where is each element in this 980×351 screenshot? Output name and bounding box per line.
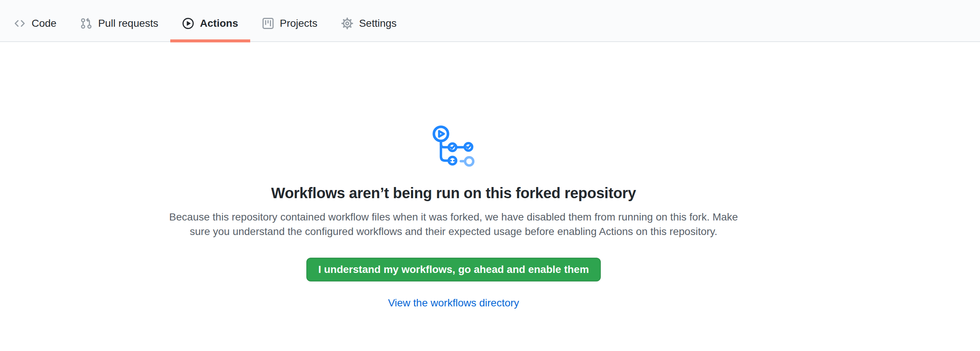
tab-label: Pull requests (98, 18, 158, 29)
tab-label: Projects (280, 18, 318, 29)
tab-actions[interactable]: Actions (170, 0, 250, 41)
project-board-icon (262, 17, 274, 29)
workflow-graph-icon (433, 125, 475, 167)
tab-projects[interactable]: Projects (250, 0, 329, 41)
tab-settings[interactable]: Settings (329, 0, 409, 41)
git-pull-request-icon (80, 17, 92, 29)
code-icon (14, 17, 25, 29)
tab-pull-requests[interactable]: Pull requests (68, 0, 170, 41)
description-line-2: sure you understand the configured workf… (0, 224, 907, 239)
gear-icon (341, 17, 353, 29)
actions-disabled-blankslate: Workflows aren’t being run on this forke… (0, 42, 907, 310)
view-workflows-directory-link[interactable]: View the workflows directory (388, 296, 519, 310)
play-circle-icon (182, 17, 194, 29)
repo-tab-nav: Code Pull requests Actions Projects (0, 0, 980, 42)
tab-label: Settings (359, 18, 397, 29)
tab-label: Actions (200, 18, 238, 29)
blankslate-heading: Workflows aren’t being run on this forke… (0, 184, 907, 202)
main-content: Workflows aren’t being run on this forke… (0, 42, 980, 310)
description-line-1: Because this repository contained workfl… (0, 210, 907, 224)
tab-code[interactable]: Code (2, 0, 68, 41)
tab-label: Code (32, 18, 57, 29)
enable-workflows-button[interactable]: I understand my workflows, go ahead and … (306, 258, 601, 281)
blankslate-description: Because this repository contained workfl… (0, 210, 907, 239)
